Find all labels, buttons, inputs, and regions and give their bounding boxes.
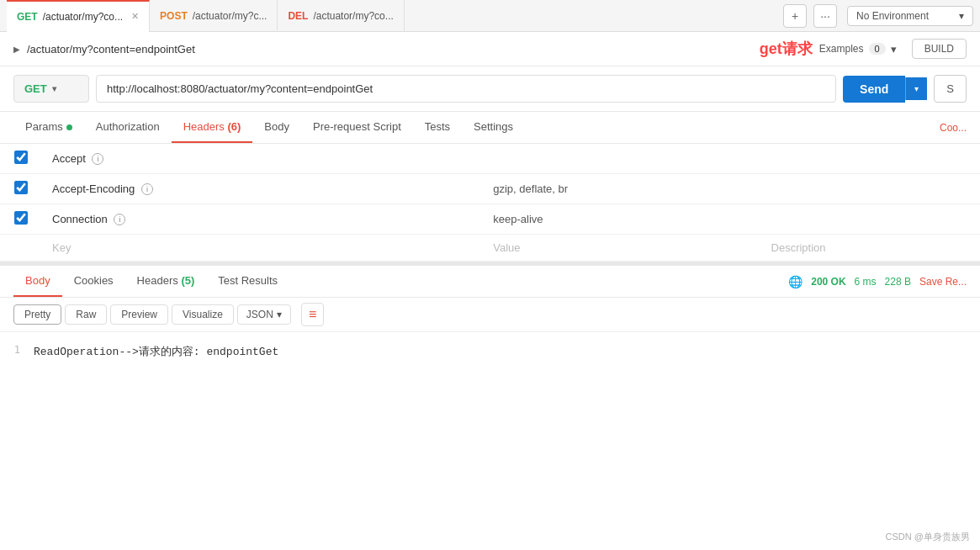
accept-encoding-info-icon[interactable]: i (141, 183, 153, 195)
code-area: 1 ReadOperation-->请求的内容: endpointGet (0, 332, 980, 399)
preview-button[interactable]: Preview (110, 304, 168, 325)
tab-authorization[interactable]: Authorization (84, 112, 172, 143)
response-size: 228 B (885, 276, 911, 288)
accept-key: Accept (52, 152, 86, 165)
wrap-button[interactable]: ≡ (301, 303, 324, 326)
method-chevron-icon: ▾ (52, 84, 56, 93)
code-line-1: 1 ReadOperation-->请求的内容: endpointGet (0, 342, 980, 361)
tab-authorization-label: Authorization (96, 120, 160, 133)
request-tabs: Params Authorization Headers (6) Body Pr… (0, 112, 980, 144)
save-button[interactable]: S (934, 75, 967, 103)
send-chevron-button[interactable]: ▾ (905, 77, 927, 100)
cookies-overflow-label: Coo... (940, 122, 967, 134)
tab-get-method: GET (17, 11, 38, 23)
tab-settings[interactable]: Settings (462, 112, 525, 143)
status-badge: 200 OK (811, 276, 845, 288)
build-button[interactable]: BUILD (912, 39, 967, 59)
format-label: JSON (246, 309, 273, 320)
tab-settings-label: Settings (474, 120, 513, 133)
res-tab-cookies-label: Cookies (74, 274, 114, 287)
connection-info-icon[interactable]: i (114, 214, 125, 225)
connection-value: keep-alive (483, 204, 760, 235)
accept-encoding-description (761, 174, 980, 204)
accept-encoding-key: Accept-Encoding (52, 182, 135, 195)
watermark-text: CSDN @单身贵族男 (886, 531, 970, 542)
res-tab-test-results[interactable]: Test Results (206, 266, 289, 297)
tab-post-method: POST (160, 10, 188, 22)
visualize-button[interactable]: Visualize (172, 304, 234, 325)
tab-post[interactable]: POST /actuator/my?c... (150, 0, 278, 32)
tab-get[interactable]: GET /actuator/my?co... ✕ (7, 0, 150, 32)
tab-headers-label: Headers (183, 120, 225, 133)
tab-get-path: /actuator/my?co... (43, 11, 123, 23)
env-label: No Environment (856, 10, 929, 22)
examples-label: Examples (819, 43, 864, 55)
tab-params[interactable]: Params (13, 112, 84, 143)
format-selector[interactable]: JSON ▾ (237, 304, 291, 325)
examples-area: Examples 0 ▾ BUILD (819, 39, 967, 59)
cookies-overflow-link[interactable]: Coo... (940, 114, 967, 142)
env-selector[interactable]: No Environment ▾ (847, 6, 973, 26)
format-chevron-icon: ▾ (277, 309, 282, 320)
res-tab-test-results-label: Test Results (218, 274, 278, 287)
tab-headers[interactable]: Headers (6) (172, 112, 253, 143)
pretty-button[interactable]: Pretty (13, 304, 61, 325)
tab-del[interactable]: DEL /actuator/my?co... (278, 0, 404, 32)
connection-checkbox[interactable] (14, 211, 28, 225)
header-row-accept: Accept i (0, 144, 980, 174)
accept-value (483, 144, 760, 174)
response-time: 6 ms (855, 276, 877, 288)
examples-dropdown-icon[interactable]: ▾ (891, 43, 897, 56)
send-button[interactable]: Send (843, 76, 905, 103)
empty-value: Value (483, 235, 760, 262)
res-tab-cookies[interactable]: Cookies (62, 266, 125, 297)
tab-del-method: DEL (288, 10, 308, 22)
tab-bar: GET /actuator/my?co... ✕ POST /actuator/… (0, 0, 980, 32)
add-tab-button[interactable]: + (783, 4, 807, 28)
line-code-1: ReadOperation-->请求的内容: endpointGet (34, 344, 278, 359)
tab-actions: + ··· (783, 4, 837, 28)
response-toolbar: Pretty Raw Preview Visualize JSON ▾ ≡ (0, 298, 980, 332)
accept-encoding-value: gzip, deflate, br (483, 174, 760, 204)
request-path-bar: ▶ /actuator/my?content=endpointGet get请求… (0, 32, 980, 66)
tab-params-label: Params (25, 120, 63, 133)
headers-badge: (6) (227, 120, 241, 133)
header-row-accept-encoding: Accept-Encoding i gzip, deflate, br (0, 174, 980, 204)
connection-key: Connection (52, 213, 108, 225)
accept-encoding-checkbox[interactable] (14, 181, 28, 194)
res-tab-headers-label: Headers (137, 274, 178, 287)
examples-count-badge: 0 (869, 43, 886, 55)
empty-description: Description (761, 235, 980, 262)
accept-info-icon[interactable]: i (92, 153, 103, 165)
save-response-button[interactable]: Save Re... (919, 276, 967, 288)
response-area: Body Cookies Headers (5) Test Results 🌐 … (0, 265, 980, 399)
main-container: GET /actuator/my?co... ✕ POST /actuator/… (0, 0, 980, 550)
line-number-1: 1 (0, 344, 34, 359)
response-tabs: Body Cookies Headers (5) Test Results 🌐 … (0, 266, 980, 298)
accept-description (761, 144, 980, 174)
res-tab-body[interactable]: Body (13, 266, 62, 297)
res-tab-body-label: Body (25, 274, 50, 287)
params-dot-icon (66, 124, 72, 130)
method-label: GET (24, 82, 47, 95)
accept-checkbox[interactable] (14, 151, 28, 164)
tab-prerequest[interactable]: Pre-request Script (301, 112, 413, 143)
tab-get-close[interactable]: ✕ (131, 11, 139, 22)
header-row-connection: Connection i keep-alive (0, 204, 980, 235)
headers-table: Accept i Accept-Encoding i gzip, deflate… (0, 144, 980, 262)
connection-description (761, 204, 980, 235)
tab-tests[interactable]: Tests (413, 112, 462, 143)
tab-body[interactable]: Body (252, 112, 301, 143)
more-tabs-button[interactable]: ··· (813, 4, 837, 28)
res-tab-headers[interactable]: Headers (5) (125, 266, 207, 297)
tab-del-path: /actuator/my?co... (313, 10, 393, 22)
annotation-label: get请求 (760, 39, 813, 59)
empty-key: Key (42, 235, 483, 262)
send-button-group: Send ▾ (843, 76, 927, 103)
expand-arrow-icon[interactable]: ▶ (13, 45, 20, 54)
header-row-empty: Key Value Description (0, 235, 980, 262)
env-chevron-icon: ▾ (959, 10, 964, 22)
url-input[interactable] (96, 75, 836, 103)
method-dropdown[interactable]: GET ▾ (13, 75, 89, 103)
raw-button[interactable]: Raw (65, 304, 107, 325)
